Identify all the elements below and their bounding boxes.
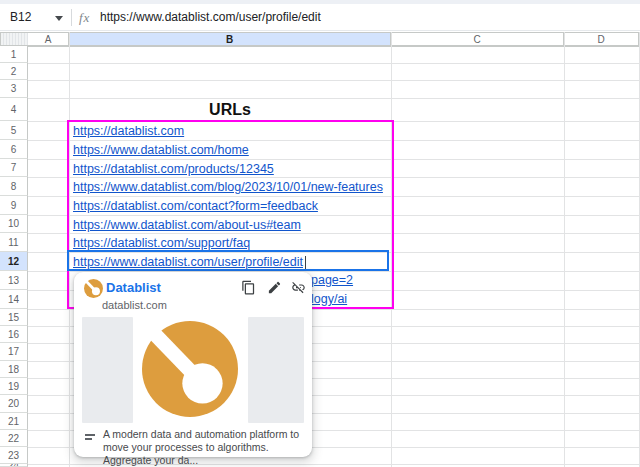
- row-header-3[interactable]: 3: [0, 80, 28, 98]
- gridline-horizontal: [28, 215, 640, 216]
- row-header-19[interactable]: 19: [0, 378, 28, 395]
- name-box-divider: [71, 9, 72, 26]
- thumbnail-placeholder-left: [82, 317, 133, 423]
- gridline-horizontal: [28, 252, 640, 253]
- row-header-9[interactable]: 9: [0, 196, 28, 215]
- gridline-horizontal: [28, 177, 640, 178]
- row-header-10[interactable]: 10: [0, 215, 28, 233]
- edit-icon[interactable]: [267, 280, 284, 297]
- gridline-horizontal: [28, 80, 640, 81]
- row-header-15[interactable]: 15: [0, 309, 28, 326]
- gridline-vertical: [391, 32, 392, 467]
- row-header-7[interactable]: 7: [0, 159, 28, 177]
- row-header-13[interactable]: 13: [0, 271, 28, 290]
- row-header-8[interactable]: 8: [0, 177, 28, 196]
- datablist-logo-icon: [84, 279, 103, 298]
- row-header-18[interactable]: 18: [0, 361, 28, 378]
- cell-b9-link[interactable]: https://datablist.com/contact?form=feedb…: [73, 199, 318, 213]
- row-header-11[interactable]: 11: [0, 233, 28, 252]
- chevron-down-icon[interactable]: [55, 16, 63, 21]
- row-header-12[interactable]: 12: [0, 252, 28, 271]
- text-caret: [305, 256, 307, 269]
- link-preview-thumbnail: [82, 316, 304, 424]
- gridline-header-bottom: [28, 46, 640, 47]
- description-lines-icon: [85, 434, 95, 442]
- row-header-16[interactable]: 16: [0, 326, 28, 343]
- gridline-horizontal: [28, 98, 640, 99]
- cell-b12-link[interactable]: https://www.datablist.com/user/profile/e…: [73, 255, 306, 269]
- row-header-23[interactable]: 23: [0, 447, 28, 464]
- cell-b5-link[interactable]: https://datablist.com: [73, 124, 184, 138]
- row-header-20[interactable]: 20: [0, 395, 28, 413]
- cell-b14-link-partial[interactable]: logy/ai: [311, 292, 347, 306]
- unlink-icon[interactable]: [291, 280, 308, 297]
- cell-b7-link[interactable]: https://datablist.com/products/12345: [73, 162, 274, 176]
- gridline-horizontal: [28, 233, 640, 234]
- cell-b10-link[interactable]: https://www.datablist.com/about-us#team: [73, 218, 301, 232]
- gridline-vertical: [564, 32, 565, 467]
- link-preview-title[interactable]: Datablist: [106, 280, 161, 295]
- cell-b13-link-partial[interactable]: page=2: [311, 273, 353, 287]
- row-header-1[interactable]: 1: [0, 46, 28, 63]
- datablist-logo-large-icon: [142, 321, 238, 417]
- row-header-5[interactable]: 5: [0, 121, 28, 140]
- gridline-vertical: [69, 32, 70, 467]
- gridline-horizontal: [28, 159, 640, 160]
- column-header-b[interactable]: B: [69, 32, 391, 46]
- name-box[interactable]: B12: [10, 4, 31, 31]
- cell-b6-link[interactable]: https://www.datablist.com/home: [73, 143, 249, 157]
- thumbnail-placeholder-right: [248, 317, 304, 423]
- gridline-horizontal: [28, 63, 640, 64]
- row-header-22[interactable]: 22: [0, 430, 28, 447]
- row-header-2[interactable]: 2: [0, 63, 28, 80]
- gridline-horizontal: [28, 121, 640, 122]
- link-preview-domain: datablist.com: [102, 299, 167, 311]
- row-header-6[interactable]: 6: [0, 140, 28, 159]
- column-header-c[interactable]: C: [391, 32, 564, 46]
- fx-icon: fx: [79, 4, 90, 31]
- copy-icon[interactable]: [241, 280, 258, 297]
- gridline-horizontal: [28, 196, 640, 197]
- row-header-4[interactable]: 4: [0, 98, 28, 121]
- formula-input[interactable]: https://www.datablist.com/user/profile/e…: [100, 4, 321, 31]
- row-header-17[interactable]: 17: [0, 343, 28, 361]
- column-header-a[interactable]: A: [28, 32, 69, 46]
- cell-b8-link[interactable]: https://www.datablist.com/blog/2023/10/0…: [73, 180, 383, 194]
- row-header-14[interactable]: 14: [0, 290, 28, 309]
- cell-b11-link[interactable]: https://datablist.com/support/faq: [73, 236, 250, 250]
- link-preview-popup: Datablist datablist.com A modern data an…: [74, 272, 312, 457]
- column-header-d[interactable]: D: [564, 32, 639, 46]
- formula-bar: B12 fx https://www.datablist.com/user/pr…: [0, 4, 640, 31]
- row-header-21[interactable]: 21: [0, 413, 28, 430]
- cell-b4-title[interactable]: URLs: [69, 101, 391, 119]
- gridline-horizontal: [28, 140, 640, 141]
- link-preview-description: A modern data and automation platform to…: [103, 428, 301, 466]
- select-all-corner[interactable]: [0, 32, 29, 46]
